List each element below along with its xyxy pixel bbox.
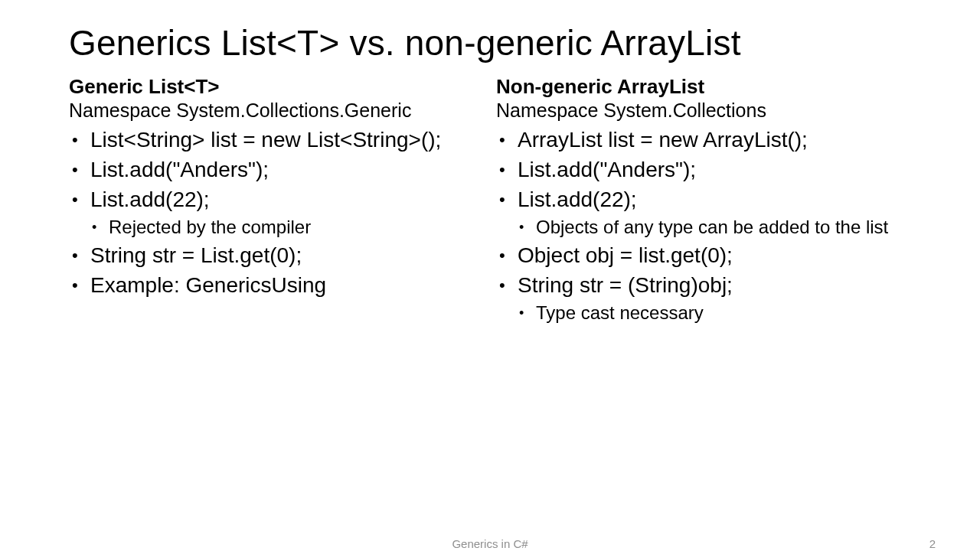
left-sublist: Rejected by the compiler <box>69 216 484 239</box>
left-list: List<String> list = new List<String>(); … <box>69 126 484 298</box>
list-item: Rejected by the compiler <box>69 216 484 239</box>
left-heading: Generic List<T> <box>69 74 484 99</box>
right-column: Non-generic ArrayList Namespace System.C… <box>496 74 911 326</box>
right-namespace: Namespace System.Collections <box>496 99 911 122</box>
list-item: ArrayList list = new ArrayList(); <box>496 126 911 153</box>
list-item: String str = List.get(0); <box>69 242 484 269</box>
list-item: List.add("Anders"); <box>69 156 484 183</box>
list-item: List.add(22); <box>496 186 911 213</box>
left-column: Generic List<T> Namespace System.Collect… <box>69 74 484 326</box>
footer-title: Generics in C# <box>452 537 528 550</box>
right-sublist: Objects of any type can be added to the … <box>496 216 911 239</box>
right-list: ArrayList list = new ArrayList(); List.a… <box>496 126 911 324</box>
two-column-layout: Generic List<T> Namespace System.Collect… <box>69 74 911 326</box>
left-namespace: Namespace System.Collections.Generic <box>69 99 484 122</box>
list-item: Object obj = list.get(0); <box>496 242 911 269</box>
list-item: List.add("Anders"); <box>496 156 911 183</box>
page-number: 2 <box>929 537 936 550</box>
list-item: List.add(22); <box>69 186 484 213</box>
list-item: Example: GenericsUsing <box>69 272 484 298</box>
right-sublist-2: Type cast necessary <box>496 302 911 324</box>
list-item: Type cast necessary <box>496 302 911 324</box>
list-item: Objects of any type can be added to the … <box>496 216 911 239</box>
list-item: String str = (String)obj; <box>496 272 911 298</box>
list-item: List<String> list = new List<String>(); <box>69 126 484 153</box>
right-heading: Non-generic ArrayList <box>496 74 911 99</box>
slide-title: Generics List<T> vs. non-generic ArrayLi… <box>69 23 911 64</box>
